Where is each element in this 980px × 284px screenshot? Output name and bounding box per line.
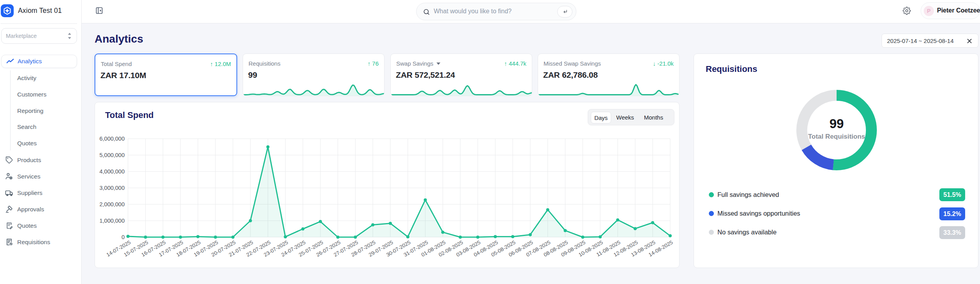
svg-text:6,000,000: 6,000,000 bbox=[99, 136, 125, 142]
svg-text:4,000,000: 4,000,000 bbox=[99, 168, 125, 175]
svg-text:2,000,000: 2,000,000 bbox=[99, 201, 125, 207]
svg-text:1,000,000: 1,000,000 bbox=[99, 218, 125, 224]
svg-text:3,000,000: 3,000,000 bbox=[99, 185, 125, 191]
svg-text:0: 0 bbox=[122, 234, 125, 240]
svg-text:5,000,000: 5,000,000 bbox=[99, 152, 125, 158]
